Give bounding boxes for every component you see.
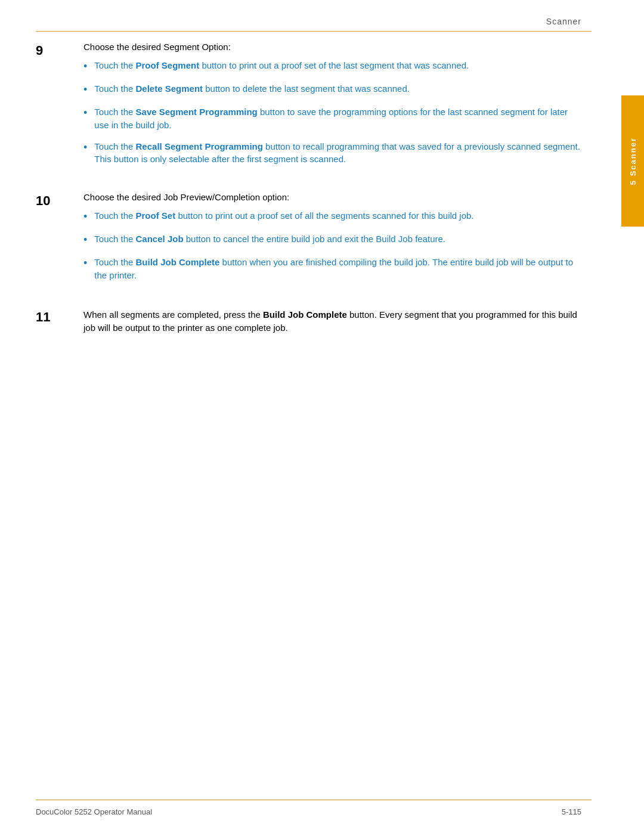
step-10: 10 Choose the desired Job Preview/Comple… — [36, 192, 584, 290]
step-11-bold: Build Job Complete — [263, 309, 347, 320]
header-title: Scanner — [546, 17, 581, 26]
page-footer: DocuColor 5252 Operator Manual 5-115 — [36, 807, 581, 816]
step-9-bullet-list: • Touch the Proof Segment button to prin… — [83, 59, 584, 166]
step-10-intro: Choose the desired Job Preview/Completio… — [83, 192, 584, 202]
bottom-rule — [36, 800, 592, 800]
bullet-10-2-text: Touch the Cancel Job button to cancel th… — [94, 233, 445, 246]
bullet-10-1: • Touch the Proof Set button to print ou… — [83, 209, 584, 224]
page-header: Scanner — [546, 17, 581, 26]
bullet-dot-9-4: • — [83, 140, 87, 155]
bullet-9-3: • Touch the Save Segment Programming but… — [83, 106, 584, 132]
bullet-9-1-rest: button to print out a proof set of the l… — [199, 60, 469, 70]
bullet-10-1-text: Touch the Proof Set button to print out … — [94, 209, 473, 222]
page-container: Scanner 5 Scanner 9 Choose the desired S… — [0, 0, 644, 833]
step-9: 9 Choose the desired Segment Option: • T… — [36, 42, 584, 174]
bullet-9-1: • Touch the Proof Segment button to prin… — [83, 59, 584, 74]
bullet-dot-10-2: • — [83, 232, 87, 247]
step-9-number: 9 — [36, 42, 83, 174]
bullet-10-2-bold: Cancel Job — [136, 234, 184, 244]
bullet-10-1-rest: button to print out a proof set of all t… — [175, 210, 473, 221]
bullet-dot-9-2: • — [83, 82, 87, 97]
bullet-9-4-bold: Recall Segment Programming — [136, 141, 263, 151]
step-11-content: When all segments are completed, press t… — [83, 308, 584, 335]
bullet-9-1-bold: Proof Segment — [136, 60, 200, 70]
step-9-intro: Choose the desired Segment Option: — [83, 42, 584, 52]
step-11: 11 When all segments are completed, pres… — [36, 308, 584, 335]
step-11-prefix: When all segments are completed, press t… — [83, 309, 263, 320]
bullet-9-4-text: Touch the Recall Segment Programming but… — [94, 140, 584, 166]
footer-left: DocuColor 5252 Operator Manual — [36, 807, 152, 816]
bullet-10-3-text: Touch the Build Job Complete button when… — [94, 256, 584, 282]
bullet-9-2: • Touch the Delete Segment button to del… — [83, 82, 584, 97]
footer-right: 5-115 — [562, 807, 581, 816]
bullet-dot-9-1: • — [83, 58, 87, 74]
bullet-10-3-bold: Build Job Complete — [136, 257, 220, 267]
side-tab: 5 Scanner — [621, 95, 644, 227]
bullet-10-2-rest: button to cancel the entire build job an… — [184, 234, 445, 244]
bullet-9-1-text: Touch the Proof Segment button to print … — [94, 59, 469, 72]
step-10-content: Choose the desired Job Preview/Completio… — [83, 192, 584, 290]
bullet-dot-9-3: • — [83, 105, 87, 120]
bullet-dot-10-1: • — [83, 209, 87, 224]
step-11-paragraph: When all segments are completed, press t… — [83, 308, 584, 335]
step-10-bullet-list: • Touch the Proof Set button to print ou… — [83, 209, 584, 282]
top-rule — [36, 31, 592, 32]
bullet-9-4: • Touch the Recall Segment Programming b… — [83, 140, 584, 166]
bullet-10-3: • Touch the Build Job Complete button wh… — [83, 256, 584, 282]
bullet-9-2-bold: Delete Segment — [136, 83, 203, 94]
side-tab-label: 5 Scanner — [628, 137, 637, 185]
step-11-number: 11 — [36, 308, 83, 335]
bullet-9-3-text: Touch the Save Segment Programming butto… — [94, 106, 584, 132]
bullet-10-1-bold: Proof Set — [136, 210, 176, 221]
step-9-content: Choose the desired Segment Option: • Tou… — [83, 42, 584, 174]
bullet-9-2-rest: button to delete the last segment that w… — [203, 83, 410, 94]
main-content: 9 Choose the desired Segment Option: • T… — [36, 42, 584, 785]
bullet-10-2: • Touch the Cancel Job button to cancel … — [83, 233, 584, 247]
bullet-dot-10-3: • — [83, 255, 87, 271]
step-10-number: 10 — [36, 192, 83, 290]
bullet-9-3-bold: Save Segment Programming — [136, 107, 258, 117]
bullet-9-2-text: Touch the Delete Segment button to delet… — [94, 82, 410, 95]
